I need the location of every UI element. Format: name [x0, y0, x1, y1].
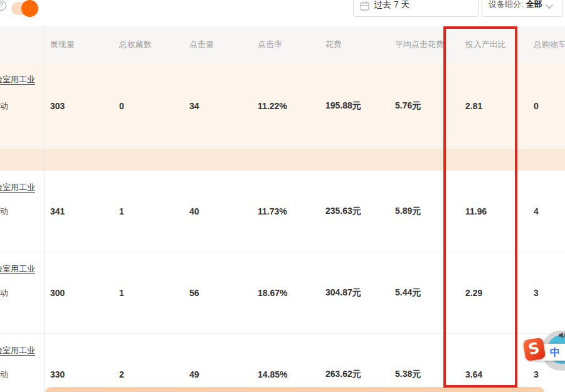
table-header: 展现量 总收藏数 点击量 点击率 花费 平均点击花费 投入产出比 总购物车数 — [0, 26, 565, 63]
cell-c8: 0 — [534, 101, 539, 111]
cell-c3: 56 — [189, 288, 199, 298]
cell-c3: 40 — [189, 206, 199, 216]
column-divider — [44, 26, 45, 392]
cell-c1: 303 — [50, 101, 65, 111]
cell-c3: 34 — [189, 101, 199, 111]
sogou-logo[interactable]: S — [523, 337, 546, 362]
row-name-link[interactable]: 验室用工业 — [0, 263, 35, 275]
table-row: 验室用工业动33024914.85%263.62元5.38元3.643 — [0, 334, 565, 392]
cell-c2: 1 — [119, 288, 124, 298]
column-header-clicks[interactable]: 点击量 — [189, 39, 214, 50]
bottom-highlight-strip — [45, 387, 544, 392]
cell-c2: 2 — [119, 369, 124, 379]
cell-c2: 0 — [119, 101, 124, 111]
cell-c7: 3.64 — [465, 369, 482, 379]
column-header-favorites[interactable]: 总收藏数 — [119, 39, 152, 50]
row-subtext: 动 — [0, 369, 8, 380]
device-filter-value: 全部 — [526, 0, 542, 10]
cell-c8: 4 — [534, 206, 539, 216]
highlight-band — [0, 149, 565, 171]
table-row: 验室用工业动30015618.67%304.87元5.44元2.293 — [0, 252, 565, 334]
calendar-icon — [360, 1, 369, 11]
cell-c1: 300 — [50, 288, 65, 298]
cell-c5: 304.87元 — [325, 287, 361, 299]
cell-c5: 235.63元 — [325, 206, 361, 217]
cell-c7: 2.29 — [465, 288, 482, 298]
table-row: 验室用工业动34114011.73%235.63元5.89元11.964 — [0, 171, 565, 252]
ime-toolbar[interactable]: 中 S — [520, 327, 565, 378]
column-header-cart-total[interactable]: 总购物车数 — [534, 39, 565, 50]
column-header-roi[interactable]: 投入产出比 — [465, 39, 506, 50]
column-header-spend[interactable]: 花费 — [325, 39, 342, 50]
cell-c3: 49 — [189, 369, 199, 379]
ime-language-indicator[interactable]: 中 — [550, 346, 560, 359]
cell-c4: 11.22% — [258, 101, 287, 111]
cell-c1: 330 — [50, 369, 65, 379]
cell-c2: 1 — [119, 206, 124, 216]
table-row: 验室用工业动30303411.22%195.88元5.76元2.810 — [0, 63, 565, 149]
date-range-value: 过去 7 天 — [374, 0, 410, 11]
column-header-impressions[interactable]: 展现量 — [50, 39, 75, 50]
column-header-ctr[interactable]: 点击率 — [258, 39, 282, 50]
cell-c8: 3 — [534, 288, 539, 298]
toggle-switch[interactable] — [11, 2, 36, 15]
speaker-icon[interactable] — [558, 331, 565, 339]
chevron-down-icon — [546, 1, 552, 8]
cell-c4: 18.67% — [258, 288, 287, 298]
cell-c7: 11.96 — [465, 206, 487, 216]
cell-c6: 5.38元 — [395, 369, 421, 380]
device-filter-label: 设备细分: — [488, 0, 524, 10]
column-header-avg-cpc[interactable]: 平均点击花费 — [395, 39, 444, 50]
row-subtext: 动 — [0, 287, 8, 299]
row-subtext: 动 — [0, 206, 8, 217]
row-name-link[interactable]: 验室用工业 — [0, 345, 35, 356]
cell-c7: 2.81 — [465, 101, 482, 111]
row-name-link[interactable]: 验室用工业 — [0, 74, 35, 85]
cell-c6: 5.44元 — [395, 287, 421, 299]
cell-c5: 195.88元 — [325, 100, 361, 112]
toggle-knob — [21, 0, 38, 17]
row-name-link[interactable]: 验室用工业 — [0, 182, 35, 193]
help-icon[interactable]: ? — [0, 1, 6, 11]
cell-c4: 11.73% — [258, 206, 287, 216]
date-range-picker[interactable]: 过去 7 天 — [353, 0, 478, 17]
device-filter-dropdown[interactable]: 设备细分: 全部 — [482, 0, 563, 17]
cell-c6: 5.89元 — [395, 206, 421, 217]
cell-c4: 14.85% — [258, 369, 287, 379]
cell-c5: 263.62元 — [325, 369, 361, 380]
row-subtext: 动 — [0, 100, 8, 112]
cell-c1: 341 — [50, 206, 65, 216]
cell-c6: 5.76元 — [395, 100, 421, 112]
